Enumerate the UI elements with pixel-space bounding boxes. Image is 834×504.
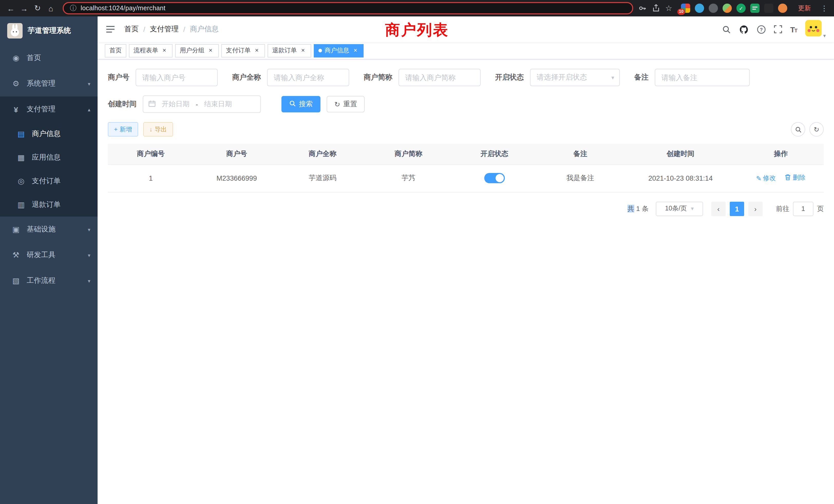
sidebar-item-label: 首页 (27, 53, 41, 63)
extension-icon[interactable]: 10 (681, 4, 690, 13)
breadcrumb-item-current: 商户信息 (190, 25, 219, 34)
sidebar-item-workflow[interactable]: ▧ 工作流程 ▾ (0, 268, 97, 294)
tab-refund-order[interactable]: 退款订单 × (267, 44, 311, 57)
font-size-icon[interactable]: TT (790, 25, 797, 33)
status-select[interactable]: 请选择开启状态 ▾ (530, 69, 620, 86)
sidebar-item-merchant-info[interactable]: ▤ 商户信息 (0, 122, 97, 146)
close-icon[interactable]: × (207, 47, 214, 54)
search-button[interactable]: 搜索 (281, 96, 321, 112)
browser-menu-icon[interactable]: ⋮ (820, 4, 829, 12)
table-header-row: 商户编号 商户号 商户全称 商户简称 开启状态 备注 创建时间 操作 (108, 144, 824, 164)
share-icon[interactable] (652, 4, 660, 12)
merchant-no-input[interactable] (136, 69, 218, 86)
tabs-bar: 首页 流程表单 × 用户分组 × 支付订单 × 退款订单 × (97, 42, 834, 60)
toggle-search-button[interactable] (791, 122, 805, 137)
app-logo[interactable]: 芋道管理系统 (0, 17, 97, 45)
close-icon[interactable]: × (300, 47, 307, 54)
pagination-goto: 前往 页 (776, 202, 824, 216)
browser-back-button[interactable]: ← (4, 2, 18, 15)
edit-icon: ✎ (756, 175, 761, 182)
sidebar-item-system[interactable]: ⚙ 系统管理 ▾ (0, 71, 97, 96)
user-avatar-menu[interactable]: ▾ (805, 20, 826, 39)
export-button[interactable]: ↓ 导出 (143, 122, 173, 137)
chevron-down-icon: ▾ (88, 278, 90, 283)
sidebar-item-label: 支付管理 (27, 105, 56, 114)
reset-button[interactable]: ↻ 重置 (327, 96, 365, 112)
close-icon[interactable]: × (161, 47, 168, 54)
sidebar-collapse-icon[interactable] (106, 25, 115, 33)
extension-icon[interactable] (778, 4, 787, 13)
page-size-select[interactable]: 10条/页 ▾ (656, 202, 703, 216)
dashboard-icon: ◉ (10, 53, 22, 63)
tab-home[interactable]: 首页 (105, 44, 126, 57)
extension-icon[interactable] (737, 4, 746, 13)
page-number-button[interactable]: 1 (730, 202, 744, 216)
next-page-button[interactable]: › (748, 202, 763, 216)
short-name-input[interactable] (398, 69, 481, 86)
sidebar-item-refund-order[interactable]: ▥ 退款订单 (0, 193, 97, 216)
sidebar-item-app-info[interactable]: ▦ 应用信息 (0, 146, 97, 169)
goto-suffix: 页 (817, 204, 824, 213)
search-button-label: 搜索 (299, 99, 313, 109)
fullscreen-icon[interactable] (774, 25, 782, 33)
extension-icon[interactable] (695, 4, 704, 13)
search-form-row-1: 商户号 商户全称 商户简称 开启状态 请选择开启状态 (108, 69, 824, 86)
browser-forward-button[interactable]: → (18, 2, 31, 15)
refresh-table-button[interactable]: ↻ (809, 122, 824, 137)
sidebar-item-label: 支付订单 (32, 177, 61, 186)
address-bar[interactable]: ⓘ localhost:1024/pay/merchant (63, 2, 633, 14)
close-icon[interactable]: × (253, 47, 260, 54)
breadcrumb-item[interactable]: 首页 (124, 25, 139, 34)
select-placeholder: 请选择开启状态 (537, 73, 587, 82)
breadcrumb-separator: / (143, 25, 145, 33)
tab-user-group[interactable]: 用户分组 × (175, 44, 219, 57)
breadcrumb-separator: / (183, 25, 185, 33)
tab-label: 商户信息 (325, 46, 349, 55)
sidebar-item-pay-order[interactable]: ◎ 支付订单 (0, 169, 97, 193)
tab-pay-order[interactable]: 支付订单 × (221, 44, 265, 57)
date-start-placeholder: 开始日期 (162, 99, 190, 109)
tab-merchant-info-active[interactable]: 商户信息 × (314, 44, 364, 57)
field-label: 创建时间 (108, 99, 137, 109)
delete-label: 删除 (793, 174, 806, 182)
refresh-icon: ↻ (334, 100, 340, 108)
search-icon[interactable] (722, 25, 730, 33)
cell-merchant-id: 1 (108, 164, 194, 192)
extension-icon[interactable] (723, 4, 732, 13)
extensions-bar: 10 (681, 4, 787, 13)
refresh-icon: ↻ (814, 125, 819, 133)
help-icon[interactable]: ? (757, 25, 765, 33)
total-suffix: 条 (642, 205, 649, 212)
goto-page-input[interactable] (793, 202, 813, 216)
browser-update-button[interactable]: 更新 (798, 4, 811, 13)
browser-reload-button[interactable]: ↻ (31, 2, 44, 15)
prev-page-button[interactable]: ‹ (711, 202, 726, 216)
chevron-down-icon: ▾ (88, 252, 90, 258)
sidebar-item-dev-tools[interactable]: ⚒ 研发工具 ▾ (0, 242, 97, 268)
site-info-icon[interactable]: ⓘ (70, 4, 76, 13)
merchant-table: 商户编号 商户号 商户全称 商户简称 开启状态 备注 创建时间 操作 1 (108, 144, 824, 192)
edit-link[interactable]: ✎ 修改 (756, 174, 776, 183)
extension-icon[interactable] (764, 4, 773, 13)
table-toolbar: + 新增 ↓ 导出 ↻ (108, 122, 824, 137)
delete-link[interactable]: 删除 (785, 174, 806, 182)
close-icon[interactable]: × (352, 47, 359, 54)
full-name-input[interactable] (267, 69, 349, 86)
cell-status (452, 164, 537, 192)
browser-home-button[interactable]: ⌂ (44, 2, 58, 15)
github-icon[interactable] (739, 24, 748, 34)
status-toggle[interactable] (484, 173, 505, 183)
tab-process-form[interactable]: 流程表单 × (129, 44, 173, 57)
bookmark-star-icon[interactable]: ☆ (665, 2, 672, 15)
breadcrumb-item[interactable]: 支付管理 (150, 25, 179, 34)
sidebar-item-pay[interactable]: ¥ 支付管理 ▴ (0, 96, 97, 122)
sidebar-item-home[interactable]: ◉ 首页 (0, 45, 97, 71)
sidebar-item-infrastructure[interactable]: ▣ 基础设施 ▾ (0, 216, 97, 242)
remark-input[interactable] (655, 69, 750, 86)
date-range-picker[interactable]: 开始日期 - 结束日期 (143, 95, 261, 113)
extension-icon[interactable] (709, 4, 718, 13)
extension-icon[interactable] (750, 4, 760, 13)
password-key-icon[interactable] (638, 4, 646, 12)
search-icon (289, 100, 296, 108)
add-button[interactable]: + 新增 (108, 122, 138, 137)
